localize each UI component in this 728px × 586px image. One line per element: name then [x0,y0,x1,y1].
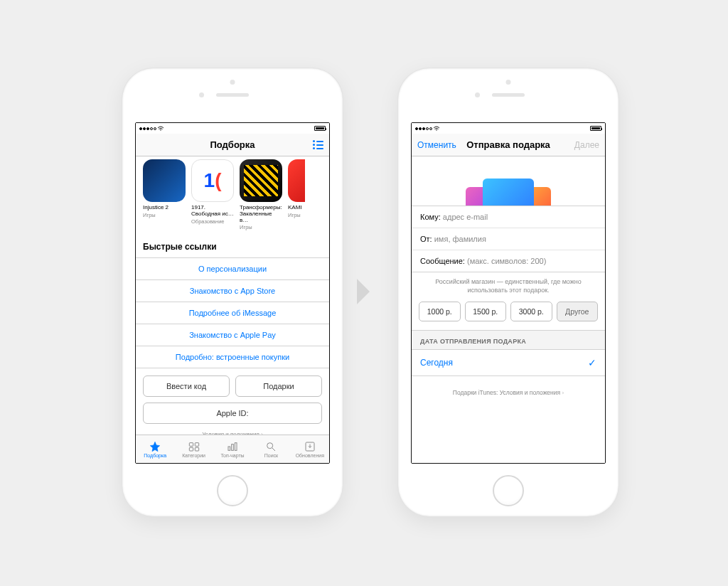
app-icon: 1( [191,159,234,202]
content-1: Injustice 2 Игры 1( 1917. Свободная ис… … [136,156,329,435]
camera [475,92,480,97]
tab-categories[interactable]: Категории [174,435,213,463]
tab-updates[interactable]: Обновления [291,435,329,463]
signal-icon [415,126,440,132]
download-icon [304,441,316,452]
nav-bar: Подборка [136,134,329,156]
arrow-icon [354,276,374,310]
phone-right: Отменить Отправка подарка Далее Кому: ад… [398,68,619,516]
tab-search[interactable]: Поиск [252,435,290,463]
nav-title: Отправка подарка [466,139,550,150]
tab-label: Подборка [144,453,166,458]
tab-label: Поиск [264,453,278,458]
svg-rect-0 [189,442,193,446]
sensor [230,80,235,85]
app-category: Игры [143,212,186,218]
quick-links: О персонализации Знакомство с App Store … [136,257,329,368]
svg-rect-1 [195,442,198,446]
home-button[interactable] [493,475,524,506]
gift-card-art [412,156,605,206]
list-icon [313,140,323,149]
svg-rect-6 [235,442,237,450]
message-field[interactable]: Сообщение: (макс. символов: 200) [412,250,605,272]
quick-links-title: Быстрые ссылки [136,235,329,257]
featured-app[interactable]: Injustice 2 Игры [143,159,186,230]
app-name: Трансформеры: Закаленные в… [240,205,282,223]
featured-row[interactable]: Injustice 2 Игры 1( 1917. Свободная ис… … [136,156,329,235]
featured-app[interactable]: KAMI Игры [288,159,305,230]
gift-card-icon [483,179,534,206]
quick-link[interactable]: Знакомство с App Store [136,279,329,302]
grid-icon [188,441,200,452]
tab-label: Топ-чарты [220,453,244,458]
svg-rect-2 [189,447,193,451]
app-icon [288,159,305,202]
app-category: Игры [240,224,282,230]
amount-button[interactable]: 3000 р. [510,302,552,321]
redeem-button[interactable]: Ввести код [143,375,230,397]
svg-rect-4 [228,447,230,450]
app-name: 1917. Свободная ис… [191,205,234,218]
terms-link[interactable]: Подарки iTunes: Условия и положения › [412,376,605,409]
featured-app[interactable]: Трансформеры: Закаленные в… Игры [240,159,282,230]
wifi-icon [433,126,440,132]
home-button[interactable] [217,475,248,506]
app-name: KAMI [288,205,305,211]
from-field[interactable]: От: имя, фамилия [412,228,605,250]
tab-bar: Подборка Категории Топ-чарты Поиск Обнов… [136,435,329,463]
quick-link[interactable]: Знакомство с Apple Pay [136,324,329,346]
camera [199,92,204,97]
app-icon [240,159,282,202]
svg-line-8 [272,448,275,451]
date-choice[interactable]: Сегодня ✓ [412,350,605,376]
quick-link[interactable]: О персонализации [136,257,329,279]
amount-button[interactable]: 1500 р. [465,302,507,321]
amount-other-button[interactable]: Другое [557,302,599,321]
date-choice-label: Сегодня [420,358,453,368]
store-note: Российский магазин — единственный, где м… [412,272,605,302]
terms-link[interactable]: Условия и положения › [136,424,329,435]
speaker [492,93,525,97]
app-name: Injustice 2 [143,205,186,211]
battery-icon [314,126,326,131]
star-icon [149,441,161,452]
nav-title: Подборка [210,139,255,150]
tab-charts[interactable]: Топ-чарты [213,435,252,463]
status-bar [136,123,329,134]
chevron-right-icon: › [562,390,564,396]
tab-featured[interactable]: Подборка [136,435,174,463]
featured-app[interactable]: 1( 1917. Свободная ис… Образование [191,159,234,230]
battery-icon [590,126,601,131]
screen-1: Подборка Injustice 2 Игры 1( 1917. [135,122,330,464]
app-category: Образование [191,218,234,225]
cancel-button[interactable]: Отменить [412,134,462,156]
quick-link[interactable]: Подробнее об iMessage [136,302,329,324]
nav-bar: Отменить Отправка подарка Далее [412,134,605,156]
apple-id-button[interactable]: Apple ID: [143,403,322,424]
date-header: ДАТА ОТПРАВЛЕНИЯ ПОДАРКА [412,330,605,350]
speaker [216,93,249,97]
status-bar [412,123,605,134]
app-category: Игры [288,212,305,218]
search-icon [264,441,277,452]
signal-icon [139,126,164,132]
amount-row: 1000 р. 1500 р. 3000 р. Другое [412,302,605,330]
content-2: Кому: адрес e-mail От: имя, фамилия Сооб… [412,156,605,463]
tab-label: Обновления [296,453,324,458]
button-row: Ввести код Подарки [136,368,329,397]
next-button[interactable]: Далее [569,134,605,156]
checkmark-icon: ✓ [588,357,596,368]
svg-rect-3 [195,447,198,451]
view-mode-button[interactable] [307,134,329,156]
screen-2: Отменить Отправка подарка Далее Кому: ад… [411,122,606,464]
amount-button[interactable]: 1000 р. [419,302,461,321]
gifts-button[interactable]: Подарки [235,375,322,397]
tab-label: Категории [182,453,205,458]
svg-rect-5 [232,444,234,450]
quick-link[interactable]: Подробно: встроенные покупки [136,346,329,368]
sensor [506,80,511,85]
app-icon [143,159,186,202]
chart-icon [226,441,239,452]
wifi-icon [157,126,164,132]
to-field[interactable]: Кому: адрес e-mail [412,206,605,228]
